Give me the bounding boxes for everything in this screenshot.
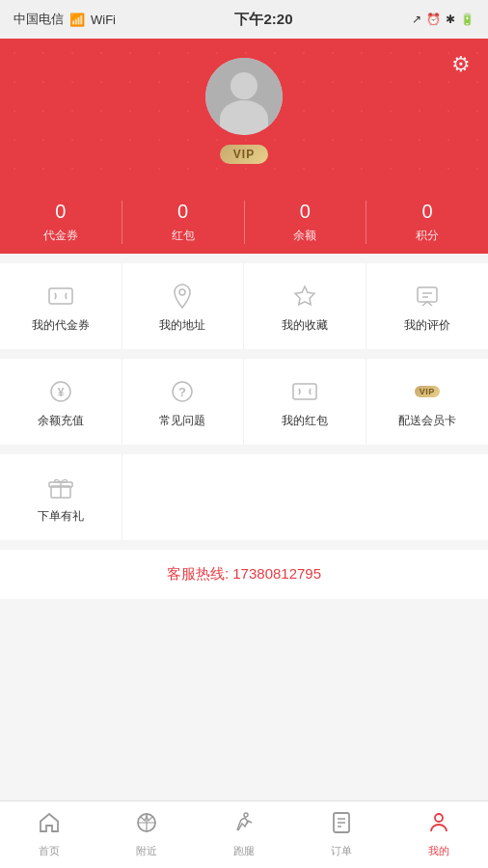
profile-section: ⚙ VIP xyxy=(0,39,488,183)
avatar[interactable] xyxy=(205,58,283,135)
orders-icon xyxy=(330,811,353,840)
stat-redpack[interactable]: 0 红包 xyxy=(122,201,245,244)
menu-vip-card[interactable]: VIP 配送会员卡 xyxy=(366,359,489,445)
menu-my-voucher-label: 我的代金券 xyxy=(32,317,90,334)
mine-icon xyxy=(427,811,450,840)
vip-badge: VIP xyxy=(220,145,268,164)
menu-my-favorites[interactable]: 我的收藏 xyxy=(244,263,366,349)
bottom-nav: 首页 附近 跑腿 xyxy=(0,800,488,868)
menu-my-reviews-label: 我的评价 xyxy=(404,317,450,334)
status-icons: ↗ ⏰ ✱ 🔋 xyxy=(412,13,474,26)
menu-grid-2: ¥ 余额充值 ? 常见问题 我的红包 xyxy=(0,359,488,445)
status-time: 下午2:20 xyxy=(234,11,292,29)
menu-gift-order[interactable]: 下单有礼 xyxy=(0,454,122,540)
menu-my-voucher[interactable]: 我的代金券 xyxy=(0,263,122,349)
status-bar: 中国电信 📶 WiFi 下午2:20 ↗ ⏰ ✱ 🔋 xyxy=(0,0,488,39)
menu-recharge-label: 余额充值 xyxy=(38,413,84,429)
menu-my-address[interactable]: 我的地址 xyxy=(122,263,245,349)
svg-rect-2 xyxy=(418,287,437,302)
favorites-icon xyxy=(293,283,316,310)
nav-nearby[interactable]: 附近 xyxy=(97,801,195,868)
menu-my-redpack-label: 我的红包 xyxy=(282,413,328,429)
nav-nearby-label: 附近 xyxy=(136,844,157,858)
hotline-section: 客服热线: 17380812795 xyxy=(0,550,488,599)
empty-slot-1 xyxy=(122,454,245,540)
menu-recharge[interactable]: ¥ 余额充值 xyxy=(0,359,122,445)
gift-icon xyxy=(48,474,73,501)
menu-my-reviews[interactable]: 我的评价 xyxy=(366,263,489,349)
stat-points[interactable]: 0 积分 xyxy=(366,201,488,244)
svg-point-1 xyxy=(179,289,185,295)
nav-mine-label: 我的 xyxy=(428,844,449,858)
menu-section-3: 下单有礼 xyxy=(0,454,488,540)
svg-point-14 xyxy=(244,813,248,817)
empty-slot-2 xyxy=(244,454,366,540)
nav-runner-label: 跑腿 xyxy=(233,844,255,858)
menu-grid-1: 我的代金券 我的地址 我的收藏 xyxy=(0,263,488,349)
menu-section-2: ¥ 余额充值 ? 常见问题 我的红包 xyxy=(0,359,488,445)
stat-voucher[interactable]: 0 代金券 xyxy=(0,201,122,244)
menu-gift-order-label: 下单有礼 xyxy=(38,508,84,525)
runner-icon xyxy=(232,811,256,840)
menu-vip-card-label: 配送会员卡 xyxy=(398,413,456,429)
menu-section-1: 我的代金券 我的地址 我的收藏 xyxy=(0,263,488,349)
faq-icon: ? xyxy=(171,378,194,405)
stat-balance[interactable]: 0 余额 xyxy=(245,201,367,244)
redpack-icon xyxy=(292,378,317,405)
vip-card-icon: VIP xyxy=(415,378,440,405)
menu-my-redpack[interactable]: 我的红包 xyxy=(244,359,366,445)
menu-faq[interactable]: ? 常见问题 xyxy=(122,359,245,445)
nav-mine[interactable]: 我的 xyxy=(391,801,488,868)
address-icon xyxy=(172,283,193,310)
home-icon xyxy=(38,811,61,840)
settings-icon[interactable]: ⚙ xyxy=(451,52,471,77)
svg-text:¥: ¥ xyxy=(57,386,64,399)
nav-runner[interactable]: 跑腿 xyxy=(195,801,292,868)
svg-point-19 xyxy=(435,814,443,822)
reviews-icon xyxy=(416,283,439,310)
nav-home-label: 首页 xyxy=(39,844,60,858)
menu-my-favorites-label: 我的收藏 xyxy=(282,317,328,334)
nearby-icon xyxy=(135,811,158,840)
empty-slot-3 xyxy=(366,454,489,540)
menu-my-address-label: 我的地址 xyxy=(159,317,205,334)
voucher-icon xyxy=(48,283,73,310)
svg-rect-0 xyxy=(49,288,72,304)
hotline-text[interactable]: 客服热线: 17380812795 xyxy=(167,565,321,582)
menu-faq-label: 常见问题 xyxy=(159,413,205,429)
menu-grid-3: 下单有礼 xyxy=(0,454,488,540)
nav-orders-label: 订单 xyxy=(331,844,352,858)
nav-home[interactable]: 首页 xyxy=(0,801,97,868)
svg-rect-9 xyxy=(293,384,316,399)
nav-orders[interactable]: 订单 xyxy=(293,801,391,868)
stats-row: 0 代金券 0 红包 0 余额 0 积分 xyxy=(0,183,488,254)
recharge-icon: ¥ xyxy=(49,378,72,405)
svg-text:?: ? xyxy=(178,385,186,399)
status-carrier: 中国电信 📶 WiFi xyxy=(14,11,116,28)
